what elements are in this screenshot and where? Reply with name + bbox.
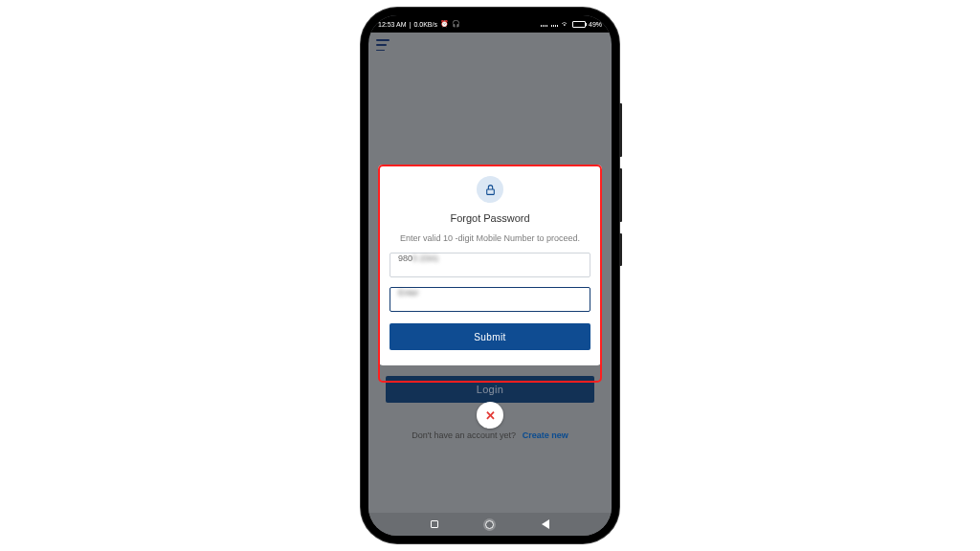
phone-frame: 12:53 AM | 0.0KB/s ⏰ 🎧 ᯤ 49% Login <box>361 8 619 543</box>
menu-icon[interactable] <box>376 39 391 51</box>
secondary-input[interactable]: Enter <box>390 287 590 312</box>
nav-home-icon[interactable] <box>485 520 494 529</box>
status-net-speed: 0.0KB/s <box>413 21 437 28</box>
status-time: 12:53 AM <box>378 21 407 28</box>
status-divider: | <box>410 21 412 28</box>
android-nav-bar <box>368 513 612 536</box>
login-button[interactable]: Login <box>386 376 594 403</box>
login-label: Login <box>477 384 503 395</box>
nav-back-icon[interactable] <box>542 519 549 529</box>
screen: 12:53 AM | 0.0KB/s ⏰ 🎧 ᯤ 49% Login <box>368 15 612 536</box>
submit-label: Submit <box>474 332 506 342</box>
close-icon: ✕ <box>485 408 496 423</box>
submit-button[interactable]: Submit <box>390 323 590 350</box>
alarm-icon: ⏰ <box>440 20 449 28</box>
signal-icon-2 <box>551 21 559 27</box>
signup-prompt: Don't have an account yet? <box>412 430 516 440</box>
nav-recent-icon[interactable] <box>431 520 438 528</box>
create-new-link[interactable]: Create new <box>523 430 568 440</box>
secondary-value: Enter <box>398 288 419 298</box>
modal-title: Forgot Password <box>450 212 529 224</box>
headphone-icon: 🎧 <box>452 20 460 28</box>
battery-percent: 49% <box>589 21 602 28</box>
close-button[interactable]: ✕ <box>477 402 503 429</box>
modal-subtitle: Enter valid 10 -digit Mobile Number to p… <box>400 233 580 243</box>
signup-row: Don't have an account yet? Create new <box>368 430 612 440</box>
mobile-number-value: 980 <box>398 253 412 263</box>
lock-icon <box>477 176 503 203</box>
battery-icon <box>572 21 586 28</box>
signal-icon-1 <box>541 21 548 27</box>
camera-notch <box>468 15 512 28</box>
forgot-password-modal: Forgot Password Enter valid 10 -digit Mo… <box>378 165 602 365</box>
svg-rect-0 <box>486 188 494 193</box>
wifi-icon: ᯤ <box>562 20 569 29</box>
mobile-number-input[interactable]: 9805 2341 <box>390 253 590 277</box>
app-bar <box>368 33 612 57</box>
